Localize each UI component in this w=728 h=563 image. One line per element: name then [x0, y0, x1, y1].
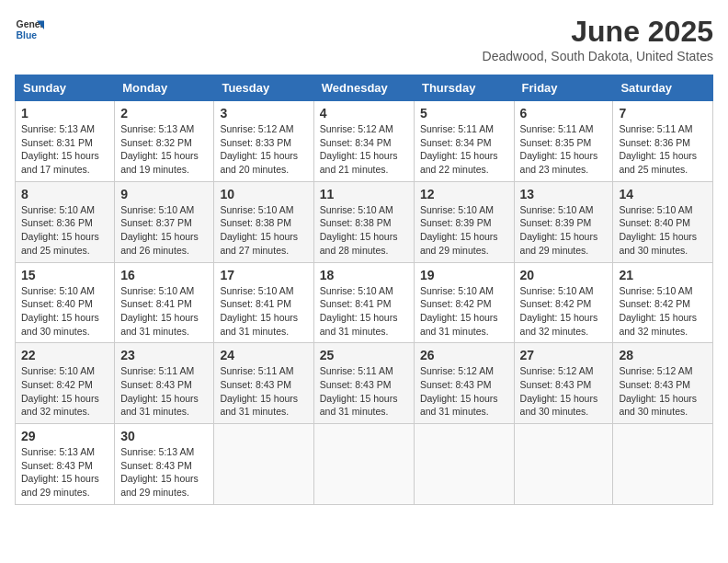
day-number: 23 — [120, 348, 208, 362]
day-info: Sunrise: 5:10 AM Sunset: 8:36 PM Dayligh… — [21, 203, 108, 258]
svg-text:Blue: Blue — [17, 30, 38, 40]
day-number: 4 — [320, 106, 408, 121]
day-number: 10 — [220, 187, 307, 201]
week-row-4: 22 Sunrise: 5:10 AM Sunset: 8:42 PM Dayl… — [16, 343, 713, 424]
weekday-header-friday: Friday — [514, 75, 613, 101]
calendar-cell: 10 Sunrise: 5:10 AM Sunset: 8:38 PM Dayl… — [214, 181, 313, 262]
calendar-cell: 16 Sunrise: 5:10 AM Sunset: 8:41 PM Dayl… — [115, 262, 214, 343]
day-number: 26 — [420, 348, 508, 362]
day-info: Sunrise: 5:10 AM Sunset: 8:38 PM Dayligh… — [220, 203, 307, 258]
day-info: Sunrise: 5:12 AM Sunset: 8:34 PM Dayligh… — [320, 122, 408, 177]
calendar-cell — [514, 424, 613, 505]
calendar-cell: 24 Sunrise: 5:11 AM Sunset: 8:43 PM Dayl… — [214, 343, 313, 424]
day-info: Sunrise: 5:10 AM Sunset: 8:40 PM Dayligh… — [21, 284, 108, 339]
day-number: 8 — [21, 187, 108, 201]
day-number: 12 — [420, 187, 508, 201]
day-info: Sunrise: 5:11 AM Sunset: 8:43 PM Dayligh… — [120, 364, 208, 419]
weekday-header-wednesday: Wednesday — [313, 75, 414, 101]
calendar-cell: 2 Sunrise: 5:13 AM Sunset: 8:32 PM Dayli… — [115, 101, 214, 182]
calendar-cell: 6 Sunrise: 5:11 AM Sunset: 8:35 PM Dayli… — [514, 101, 613, 182]
calendar-cell: 8 Sunrise: 5:10 AM Sunset: 8:36 PM Dayli… — [16, 181, 115, 262]
logo: General Blue — [15, 15, 44, 44]
day-number: 29 — [21, 429, 108, 443]
title-section: June 2025 Deadwood, South Dakota, United… — [483, 15, 713, 63]
month-title: June 2025 — [483, 15, 713, 49]
day-info: Sunrise: 5:10 AM Sunset: 8:38 PM Dayligh… — [320, 203, 408, 258]
calendar-cell: 15 Sunrise: 5:10 AM Sunset: 8:40 PM Dayl… — [16, 262, 115, 343]
day-info: Sunrise: 5:10 AM Sunset: 8:42 PM Dayligh… — [520, 284, 608, 339]
day-info: Sunrise: 5:11 AM Sunset: 8:36 PM Dayligh… — [619, 122, 707, 177]
weekday-header-tuesday: Tuesday — [214, 75, 313, 101]
calendar-cell: 7 Sunrise: 5:11 AM Sunset: 8:36 PM Dayli… — [613, 101, 713, 182]
day-number: 22 — [21, 348, 108, 362]
day-number: 1 — [21, 106, 108, 121]
day-number: 20 — [520, 268, 608, 282]
day-number: 27 — [520, 348, 608, 362]
weekday-header-sunday: Sunday — [16, 75, 115, 101]
calendar-table: SundayMondayTuesdayWednesdayThursdayFrid… — [15, 75, 713, 505]
day-info: Sunrise: 5:11 AM Sunset: 8:35 PM Dayligh… — [520, 122, 608, 177]
week-row-2: 8 Sunrise: 5:10 AM Sunset: 8:36 PM Dayli… — [16, 181, 713, 262]
calendar-cell: 14 Sunrise: 5:10 AM Sunset: 8:40 PM Dayl… — [613, 181, 713, 262]
day-number: 5 — [420, 106, 508, 121]
day-number: 18 — [320, 268, 408, 282]
calendar-cell: 17 Sunrise: 5:10 AM Sunset: 8:41 PM Dayl… — [214, 262, 313, 343]
day-number: 30 — [120, 429, 208, 443]
day-info: Sunrise: 5:11 AM Sunset: 8:43 PM Dayligh… — [220, 364, 307, 419]
calendar-cell: 20 Sunrise: 5:10 AM Sunset: 8:42 PM Dayl… — [514, 262, 613, 343]
day-info: Sunrise: 5:13 AM Sunset: 8:43 PM Dayligh… — [21, 445, 108, 500]
day-info: Sunrise: 5:10 AM Sunset: 8:42 PM Dayligh… — [420, 284, 508, 339]
calendar-cell: 21 Sunrise: 5:10 AM Sunset: 8:42 PM Dayl… — [613, 262, 713, 343]
day-number: 16 — [120, 268, 208, 282]
calendar-cell: 23 Sunrise: 5:11 AM Sunset: 8:43 PM Dayl… — [115, 343, 214, 424]
day-info: Sunrise: 5:10 AM Sunset: 8:41 PM Dayligh… — [320, 284, 408, 339]
week-row-3: 15 Sunrise: 5:10 AM Sunset: 8:40 PM Dayl… — [16, 262, 713, 343]
day-info: Sunrise: 5:13 AM Sunset: 8:32 PM Dayligh… — [120, 122, 208, 177]
weekday-header-saturday: Saturday — [613, 75, 713, 101]
calendar-cell: 5 Sunrise: 5:11 AM Sunset: 8:34 PM Dayli… — [414, 101, 514, 182]
weekday-header-row: SundayMondayTuesdayWednesdayThursdayFrid… — [16, 75, 713, 101]
day-info: Sunrise: 5:10 AM Sunset: 8:40 PM Dayligh… — [619, 203, 707, 258]
day-number: 17 — [220, 268, 307, 282]
calendar-cell: 9 Sunrise: 5:10 AM Sunset: 8:37 PM Dayli… — [115, 181, 214, 262]
day-info: Sunrise: 5:12 AM Sunset: 8:43 PM Dayligh… — [520, 364, 608, 419]
calendar-cell — [414, 424, 514, 505]
day-number: 28 — [619, 348, 707, 362]
calendar-cell: 26 Sunrise: 5:12 AM Sunset: 8:43 PM Dayl… — [414, 343, 514, 424]
calendar-cell: 12 Sunrise: 5:10 AM Sunset: 8:39 PM Dayl… — [414, 181, 514, 262]
weekday-header-thursday: Thursday — [414, 75, 514, 101]
calendar-cell — [214, 424, 313, 505]
day-number: 6 — [520, 106, 608, 121]
day-number: 24 — [220, 348, 307, 362]
day-number: 3 — [220, 106, 307, 121]
calendar-cell: 18 Sunrise: 5:10 AM Sunset: 8:41 PM Dayl… — [313, 262, 414, 343]
calendar-cell: 30 Sunrise: 5:13 AM Sunset: 8:43 PM Dayl… — [115, 424, 214, 505]
day-info: Sunrise: 5:11 AM Sunset: 8:43 PM Dayligh… — [320, 364, 408, 419]
day-info: Sunrise: 5:13 AM Sunset: 8:43 PM Dayligh… — [120, 445, 208, 500]
day-info: Sunrise: 5:10 AM Sunset: 8:39 PM Dayligh… — [420, 203, 508, 258]
day-info: Sunrise: 5:10 AM Sunset: 8:37 PM Dayligh… — [120, 203, 208, 258]
day-info: Sunrise: 5:11 AM Sunset: 8:34 PM Dayligh… — [420, 122, 508, 177]
day-number: 13 — [520, 187, 608, 201]
calendar-cell: 11 Sunrise: 5:10 AM Sunset: 8:38 PM Dayl… — [313, 181, 414, 262]
calendar-cell: 4 Sunrise: 5:12 AM Sunset: 8:34 PM Dayli… — [313, 101, 414, 182]
calendar-cell: 22 Sunrise: 5:10 AM Sunset: 8:42 PM Dayl… — [16, 343, 115, 424]
day-number: 7 — [619, 106, 707, 121]
calendar-cell: 3 Sunrise: 5:12 AM Sunset: 8:33 PM Dayli… — [214, 101, 313, 182]
calendar-cell — [313, 424, 414, 505]
weekday-header-monday: Monday — [115, 75, 214, 101]
week-row-1: 1 Sunrise: 5:13 AM Sunset: 8:31 PM Dayli… — [16, 101, 713, 182]
day-number: 11 — [320, 187, 408, 201]
day-number: 2 — [120, 106, 208, 121]
calendar-cell: 19 Sunrise: 5:10 AM Sunset: 8:42 PM Dayl… — [414, 262, 514, 343]
day-number: 14 — [619, 187, 707, 201]
calendar-cell: 27 Sunrise: 5:12 AM Sunset: 8:43 PM Dayl… — [514, 343, 613, 424]
day-info: Sunrise: 5:10 AM Sunset: 8:41 PM Dayligh… — [220, 284, 307, 339]
calendar-cell: 28 Sunrise: 5:12 AM Sunset: 8:43 PM Dayl… — [613, 343, 713, 424]
calendar-cell: 25 Sunrise: 5:11 AM Sunset: 8:43 PM Dayl… — [313, 343, 414, 424]
day-number: 19 — [420, 268, 508, 282]
day-number: 21 — [619, 268, 707, 282]
day-info: Sunrise: 5:10 AM Sunset: 8:39 PM Dayligh… — [520, 203, 608, 258]
location-title: Deadwood, South Dakota, United States — [483, 49, 713, 63]
week-row-5: 29 Sunrise: 5:13 AM Sunset: 8:43 PM Dayl… — [16, 424, 713, 505]
